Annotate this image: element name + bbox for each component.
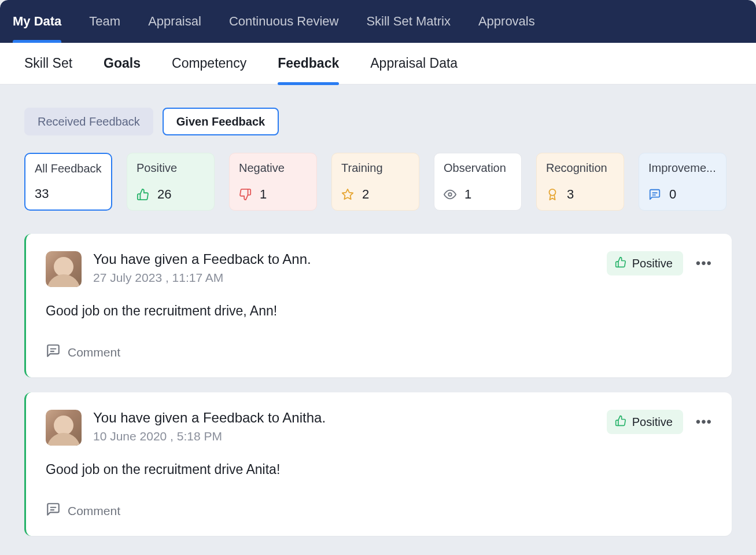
feedback-title: You have given a Feedback to Ann. [93, 251, 595, 267]
feedback-card: You have given a Feedback to Anitha. 10 … [24, 392, 732, 536]
thumb-up-icon [137, 188, 149, 201]
filter-row: All Feedback 33 Positive 26 Negative [24, 153, 732, 211]
feedback-date: 27 July 2023 , 11:17 AM [93, 271, 595, 285]
more-menu-button[interactable]: ••• [696, 414, 712, 430]
subnav-feedback[interactable]: Feedback [278, 43, 339, 84]
thumb-down-icon [239, 188, 252, 201]
top-nav: My Data Team Appraisal Continuous Review… [0, 0, 756, 43]
filter-count: 2 [362, 187, 369, 202]
filter-improvement[interactable]: Improveme... 0 [639, 153, 727, 211]
sub-nav: Skill Set Goals Competency Feedback Appr… [0, 43, 756, 84]
thumb-up-icon [615, 256, 626, 271]
comment-button[interactable]: Comment [46, 343, 712, 361]
filter-training[interactable]: Training 2 [331, 153, 419, 211]
filter-all-feedback[interactable]: All Feedback 33 [24, 153, 112, 211]
comment-icon [46, 502, 61, 520]
feedback-body: Good job on the recruitment drive, Ann! [46, 303, 712, 319]
toggle-received-feedback[interactable]: Received Feedback [24, 108, 153, 135]
more-menu-button[interactable]: ••• [696, 255, 712, 271]
topnav-team[interactable]: Team [89, 0, 120, 43]
topnav-approvals[interactable]: Approvals [478, 0, 535, 43]
filter-count: 33 [35, 186, 49, 201]
topnav-continuous-review[interactable]: Continuous Review [229, 0, 339, 43]
badge-positive: Positive [607, 410, 683, 434]
filter-count: 1 [464, 187, 471, 202]
topnav-my-data[interactable]: My Data [13, 0, 61, 43]
chat-icon [648, 188, 661, 201]
subnav-appraisal-data[interactable]: Appraisal Data [370, 43, 458, 84]
filter-count: 26 [157, 187, 171, 202]
feedback-title: You have given a Feedback to Anitha. [93, 410, 595, 426]
feedback-toggle: Received Feedback Given Feedback [24, 108, 732, 135]
comment-label: Comment [68, 346, 120, 359]
award-icon [546, 188, 559, 201]
svg-point-1 [448, 193, 452, 196]
comment-label: Comment [68, 504, 120, 518]
filter-label: Observation [444, 161, 512, 175]
feedback-card: You have given a Feedback to Ann. 27 Jul… [24, 234, 732, 377]
svg-point-2 [550, 189, 556, 196]
avatar [46, 410, 82, 446]
badge-label: Positive [632, 257, 673, 270]
badge-positive: Positive [607, 251, 683, 275]
toggle-given-feedback[interactable]: Given Feedback [163, 108, 279, 135]
filter-positive[interactable]: Positive 26 [127, 153, 215, 211]
filter-observation[interactable]: Observation 1 [434, 153, 522, 211]
filter-label: All Feedback [35, 162, 102, 175]
filter-label: Recognition [546, 161, 614, 175]
comment-icon [46, 343, 61, 361]
feedback-date: 10 June 2020 , 5:18 PM [93, 429, 595, 443]
filter-label: Positive [137, 161, 205, 175]
avatar [46, 251, 82, 287]
feedback-body: Good job on the recruitment drive Anita! [46, 462, 712, 477]
eye-icon [444, 188, 456, 201]
badge-label: Positive [632, 416, 673, 429]
filter-label: Negative [239, 161, 307, 175]
topnav-skill-set-matrix[interactable]: Skill Set Matrix [366, 0, 450, 43]
filter-count: 3 [567, 187, 574, 202]
star-icon [341, 188, 354, 201]
filter-count: 1 [260, 187, 267, 202]
filter-count: 0 [669, 187, 676, 202]
filter-label: Training [341, 161, 410, 175]
thumb-up-icon [615, 415, 626, 429]
filter-recognition[interactable]: Recognition 3 [536, 153, 624, 211]
topnav-appraisal[interactable]: Appraisal [148, 0, 201, 43]
subnav-skill-set[interactable]: Skill Set [24, 43, 72, 84]
svg-marker-0 [342, 189, 353, 199]
filter-negative[interactable]: Negative 1 [229, 153, 317, 211]
filter-label: Improveme... [648, 161, 717, 175]
subnav-goals[interactable]: Goals [104, 43, 141, 84]
subnav-competency[interactable]: Competency [172, 43, 246, 84]
comment-button[interactable]: Comment [46, 502, 712, 520]
